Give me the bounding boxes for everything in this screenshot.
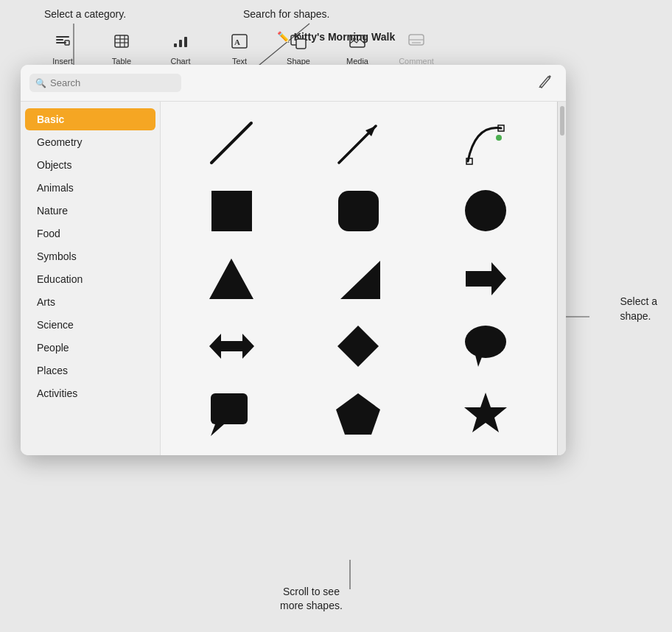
toolbar-chart[interactable]: Chart [162, 33, 199, 66]
sidebar-item-people[interactable]: People [25, 337, 155, 359]
annotation-search-shapes: Search for shapes. [243, 7, 330, 22]
svg-marker-37 [209, 334, 254, 359]
svg-marker-34 [209, 259, 253, 299]
scroll-thumb [560, 106, 564, 136]
scroll-indicator[interactable] [557, 102, 566, 455]
svg-rect-4 [56, 36, 69, 38]
sidebar-item-symbols[interactable]: Symbols [25, 245, 155, 267]
sidebar-item-objects[interactable]: Objects [25, 154, 155, 176]
search-input[interactable] [29, 74, 181, 92]
annotation-select-shape: Select ashape. [620, 295, 657, 323]
svg-rect-13 [174, 43, 177, 47]
shape-square[interactable] [202, 181, 261, 240]
svg-marker-42 [211, 424, 224, 436]
toolbar-media[interactable]: Media [339, 33, 376, 66]
shape-callout-box[interactable] [202, 385, 261, 443]
svg-rect-31 [211, 191, 252, 231]
svg-marker-36 [466, 262, 506, 295]
annotation-select-category: Select a category. [44, 7, 126, 22]
toolbar-shape[interactable]: Shape [280, 33, 317, 66]
shape-rounded-square[interactable] [329, 181, 388, 240]
svg-point-21 [353, 38, 356, 41]
svg-marker-43 [336, 393, 380, 435]
sidebar-item-arts[interactable]: Arts [25, 291, 155, 313]
shape-double-arrow[interactable] [202, 317, 261, 376]
sidebar-item-nature[interactable]: Nature [25, 200, 155, 222]
annotation-scroll-more: Scroll to seemore shapes. [280, 585, 343, 614]
sidebar-item-food[interactable]: Food [25, 222, 155, 245]
shape-arrow-right[interactable] [457, 249, 516, 308]
svg-point-39 [465, 326, 506, 358]
shapes-panel: 🔍 Basic Geometry Objects Animals Nature … [21, 65, 566, 455]
search-input-wrapper: 🔍 [29, 74, 528, 92]
svg-rect-41 [211, 393, 248, 424]
shape-right-triangle[interactable] [329, 249, 388, 308]
svg-text:A: A [234, 38, 240, 46]
search-bar: 🔍 [21, 65, 566, 102]
shape-pentagon[interactable] [329, 385, 388, 443]
svg-rect-5 [56, 39, 63, 41]
sidebar-item-basic[interactable]: Basic [25, 108, 155, 130]
sidebar-item-animals[interactable]: Animals [25, 177, 155, 199]
table-icon [113, 33, 130, 54]
shape-circle[interactable] [457, 181, 516, 240]
svg-rect-19 [296, 39, 306, 49]
toolbar-table[interactable]: Table [103, 33, 140, 66]
svg-rect-32 [338, 191, 379, 231]
sidebar-item-science[interactable]: Science [25, 314, 155, 336]
pen-tool-button[interactable] [533, 72, 557, 94]
shape-icon [290, 33, 307, 54]
shape-curved-path[interactable] [457, 113, 516, 172]
shape-arrow-line[interactable] [329, 113, 388, 172]
panel-body: Basic Geometry Objects Animals Nature Fo… [21, 102, 566, 455]
category-sidebar: Basic Geometry Objects Animals Nature Fo… [21, 102, 161, 455]
shape-triangle[interactable] [202, 249, 261, 308]
sidebar-item-places[interactable]: Places [25, 359, 155, 382]
insert-icon [55, 33, 71, 54]
text-icon: A [231, 33, 248, 54]
media-icon [349, 33, 365, 54]
sidebar-item-education[interactable]: Education [25, 268, 155, 290]
shape-speech-bubble[interactable] [457, 317, 516, 376]
toolbar-comment[interactable]: Comment [398, 33, 435, 66]
svg-marker-44 [464, 393, 507, 432]
svg-rect-14 [179, 40, 182, 47]
svg-rect-15 [184, 37, 187, 47]
chart-icon [172, 33, 189, 54]
comment-icon [408, 33, 424, 54]
svg-rect-8 [115, 35, 128, 47]
svg-line-25 [211, 123, 251, 163]
svg-point-29 [496, 135, 502, 141]
toolbar: Insert Table Chart A Text Shape Media C [44, 33, 628, 66]
svg-marker-38 [337, 326, 379, 367]
sidebar-item-activities[interactable]: Activities [25, 382, 155, 404]
sidebar-item-geometry[interactable]: Geometry [25, 131, 155, 153]
svg-marker-35 [340, 261, 380, 299]
toolbar-insert[interactable]: Insert [44, 33, 81, 66]
svg-marker-40 [475, 355, 483, 367]
shape-diamond[interactable] [329, 317, 388, 376]
shapes-grid [161, 102, 557, 455]
shape-diagonal-line[interactable] [202, 113, 261, 172]
toolbar-text[interactable]: A Text [221, 33, 258, 66]
svg-point-33 [465, 190, 506, 231]
shape-star[interactable] [457, 385, 516, 443]
